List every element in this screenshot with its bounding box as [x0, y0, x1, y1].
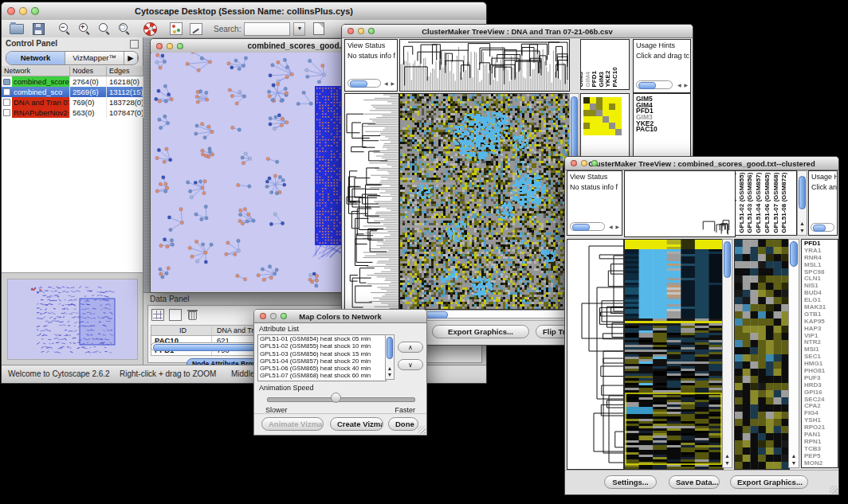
network-table-row[interactable]: DNA and Tran 07769(0)183728(0) [2, 97, 143, 107]
network-table-row[interactable]: combined_scores2764(0)16218(0) [2, 76, 143, 87]
column-label[interactable]: GPL51-07 (GSM868) [772, 173, 781, 233]
annotation-icon[interactable] [190, 23, 202, 35]
move-up-button[interactable]: ∧ [398, 342, 423, 353]
minimize-button[interactable] [167, 43, 173, 49]
dialog-titlebar[interactable]: Map Colors to Network [254, 310, 426, 323]
scroll-down-icon[interactable]: ▼ [723, 460, 732, 467]
open-file-icon[interactable] [10, 24, 24, 34]
table-icon[interactable] [151, 309, 164, 321]
zoom-in-icon[interactable]: + [79, 23, 91, 35]
tv2-column-dendrogram[interactable] [624, 170, 736, 237]
resize-grip[interactable] [830, 486, 838, 494]
network-table-row[interactable]: RNAPuberNov2+I563(0)107847(0) [2, 107, 143, 118]
minimize-button[interactable] [581, 160, 587, 166]
attribute-list[interactable]: GPL51-01 (GSM854) heat shock 05 minGPL51… [257, 334, 387, 381]
tv2-heat-vscrollbar[interactable]: ▲ ▼ [722, 239, 732, 468]
tv2-hints-scrollbar[interactable] [811, 223, 834, 232]
settings-button[interactable]: Settings... [604, 475, 657, 489]
col-id[interactable]: ID [151, 326, 212, 335]
tab-overflow-arrow[interactable]: ▶ [124, 52, 138, 64]
scrollbar-thumb[interactable] [724, 241, 731, 278]
col-nodes[interactable]: Nodes [70, 66, 107, 76]
tab-network[interactable]: Network [6, 52, 65, 64]
animation-speed-slider-thumb[interactable] [331, 393, 341, 403]
close-button[interactable] [156, 43, 163, 49]
zoom-button[interactable] [31, 7, 39, 15]
zoom-out-icon[interactable]: − [59, 23, 71, 35]
scroll-up-icon[interactable]: ▲ [723, 453, 732, 459]
resize-grip[interactable] [418, 426, 426, 434]
close-button[interactable] [7, 7, 15, 15]
column-label[interactable]: GPL51-04 (GSM857) [755, 173, 764, 233]
attribute-list-scrollbar[interactable]: ▲ ▼ [385, 334, 395, 380]
attribute-list-item[interactable]: GPL51-01 (GSM854) heat shock 05 min [258, 335, 386, 342]
scroll-down-icon[interactable]: ▼ [386, 372, 394, 378]
attribute-list-item[interactable]: GPL51-04 (GSM857) heat shock 20 min [258, 357, 386, 365]
column-label[interactable]: PAC10 [611, 67, 618, 87]
zoom-button[interactable] [368, 28, 375, 34]
minimize-button[interactable] [19, 7, 27, 15]
tv1-status-scrollbar[interactable] [347, 79, 381, 88]
gene-label[interactable]: MON2 [804, 460, 838, 467]
tv1-heatmap[interactable] [399, 93, 570, 310]
scrollbar-thumb[interactable] [799, 176, 806, 209]
export-graphics-button[interactable]: Export Graphics... [432, 325, 529, 338]
attribute-list-item[interactable]: GPL51-07 (GSM868) heat shock 60 min [258, 372, 386, 379]
help-lifesaver-icon[interactable] [143, 22, 157, 36]
tv1-zoom-heatmap[interactable] [583, 97, 622, 135]
scroll-arrows-icon[interactable]: ◀ ▶ [384, 80, 395, 86]
close-button[interactable] [260, 313, 266, 319]
col-edges[interactable]: Edges [107, 66, 143, 76]
scroll-down-icon[interactable]: ▼ [798, 228, 807, 234]
close-button[interactable] [347, 28, 354, 34]
export-graphics-button[interactable]: Export Graphics... [730, 475, 808, 489]
scroll-up-icon[interactable]: ▲ [798, 221, 807, 227]
column-label[interactable]: GPL51-03 (GSM856) [747, 173, 756, 233]
treeview2-titlebar[interactable]: ClusterMaker TreeView : combined_scores_… [565, 157, 838, 170]
tv1-row-dendrogram[interactable] [344, 93, 399, 310]
tv2-zoom-heatmap[interactable] [734, 239, 790, 470]
search-input[interactable] [244, 22, 290, 36]
save-data-button[interactable]: Save Data... [669, 475, 720, 489]
network-overview-thumbnail[interactable] [7, 279, 138, 360]
zoom-button[interactable] [591, 160, 598, 166]
tab-vizmapper[interactable]: VizMapper™ [65, 52, 124, 64]
float-panel-icon[interactable] [130, 40, 139, 49]
vizmapper-icon[interactable] [170, 22, 183, 35]
tv2-status-scrollbar[interactable] [570, 222, 605, 231]
main-titlebar[interactable]: Cytoscape Desktop (Session Name: collins… [2, 2, 486, 21]
scroll-down-icon[interactable]: ▼ [789, 460, 799, 467]
tv2-heatmap[interactable] [624, 239, 724, 470]
tv1-column-dendrogram[interactable] [399, 39, 570, 92]
zoom-button[interactable] [281, 313, 287, 319]
minimize-button[interactable] [358, 28, 364, 34]
scroll-arrows-icon[interactable]: ◀ ▶ [609, 224, 620, 229]
network-table-row[interactable]: combined_sco2569(6)13112(15) [2, 87, 143, 97]
search-dropdown-icon[interactable]: ▼ [293, 22, 305, 36]
tv2-collabel-scrollbar[interactable]: ▲ ▼ [797, 170, 807, 236]
move-down-button[interactable]: ∨ [398, 359, 423, 370]
column-label[interactable]: GPL51-08 (GSM872) [780, 173, 789, 233]
tv2-zoom-vscrollbar[interactable]: ▲ ▼ [788, 239, 799, 468]
zoom-fit-icon[interactable] [99, 23, 111, 35]
tv1-hints-scrollbar[interactable] [636, 80, 673, 89]
attribute-list-item[interactable]: GPL51-03 (GSM856) heat shock 15 min [258, 350, 386, 357]
save-icon[interactable] [33, 23, 45, 35]
scroll-up-icon[interactable]: ▲ [386, 365, 394, 372]
tv2-row-dendrogram[interactable] [567, 239, 624, 470]
trash-icon[interactable] [186, 309, 199, 321]
close-button[interactable] [571, 160, 577, 166]
attribute-browser-icon[interactable] [313, 22, 324, 35]
column-label[interactable]: GPL51-02 (GSM855) [738, 173, 747, 233]
gene-label[interactable]: PAC10 [636, 127, 690, 133]
create-vizmap-button[interactable]: Create Vizmap [330, 417, 383, 431]
zoom-button[interactable] [177, 43, 183, 49]
col-network[interactable]: Network [2, 66, 70, 76]
attribute-list-item[interactable]: GPL51-02 (GSM855) heat shock 10 min [258, 342, 386, 350]
done-button[interactable]: Done [388, 417, 418, 431]
zoom-selected-icon[interactable]: □ [119, 23, 131, 35]
scrollbar-thumb[interactable] [387, 337, 393, 359]
new-document-icon[interactable] [169, 309, 182, 321]
animate-vizmap-button[interactable]: Animate Vizmap [261, 417, 324, 431]
scroll-arrows-icon[interactable]: ◀ ▶ [677, 82, 689, 88]
